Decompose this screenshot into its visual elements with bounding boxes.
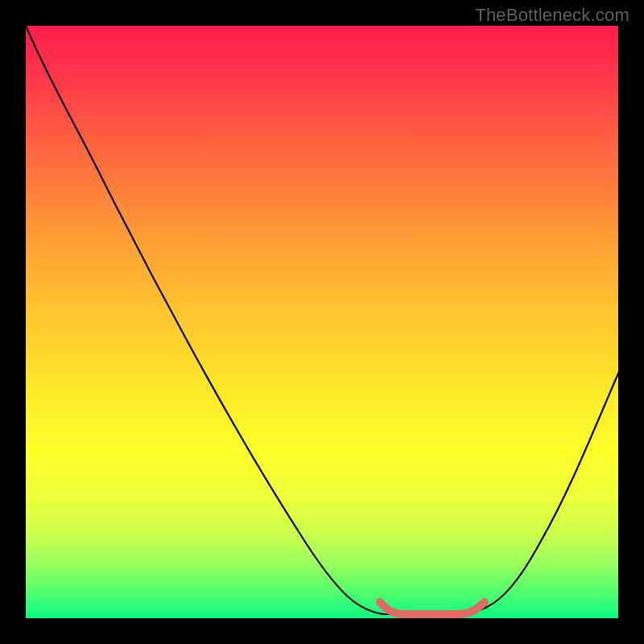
trough-highlight bbox=[380, 602, 485, 614]
watermark-text: TheBottleneck.com bbox=[475, 5, 630, 26]
curve-layer bbox=[26, 26, 618, 618]
chart-container: TheBottleneck.com bbox=[0, 0, 644, 644]
plot-area bbox=[26, 26, 618, 618]
bottleneck-curve bbox=[26, 26, 618, 614]
